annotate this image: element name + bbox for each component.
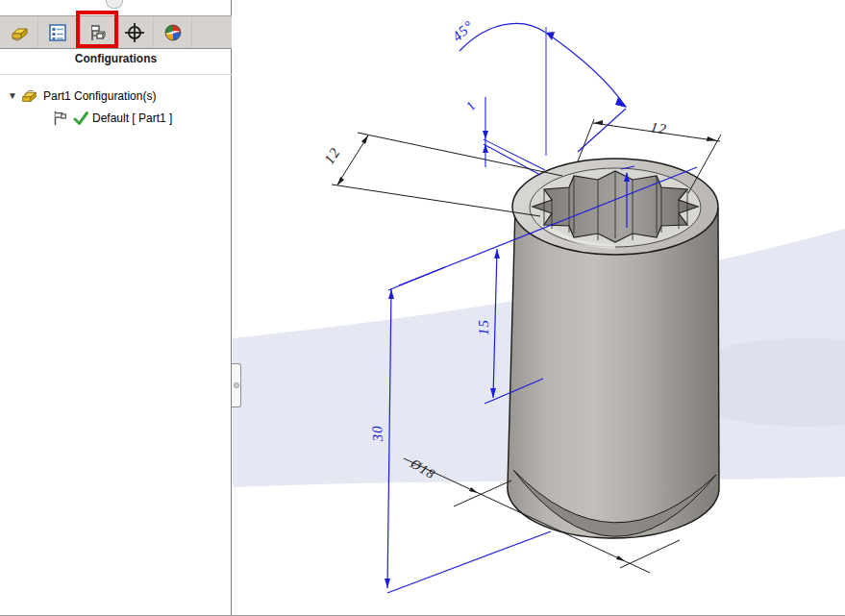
dimension-label-top-width-left: 12 — [321, 145, 343, 167]
part-body[interactable] — [508, 159, 719, 538]
configuration-manager-panel: Configurations ▼ Part1 Configuration(s) — [0, 0, 232, 616]
tree-row-part1-configurations[interactable]: ▼ Part1 Configuration(s) — [0, 85, 232, 107]
solidworks-window: { "panel": { "header": "Configurations",… — [0, 0, 845, 616]
panel-splitter-handle[interactable] — [232, 363, 241, 407]
property-manager-icon — [47, 22, 68, 43]
dimension-label-top-width-right: 12 — [650, 119, 668, 136]
graphics-viewport[interactable]: 45° 1 12 12 — [233, 0, 845, 616]
dimension-label-height: 30 — [369, 425, 385, 443]
configurations-part-icon — [19, 86, 38, 106]
dimension-label-angle: 45° — [449, 17, 477, 44]
dimension-angle-45[interactable]: 45° — [449, 17, 627, 156]
tab-configuration-manager[interactable] — [77, 16, 115, 48]
dimension-label-spline-depth: 15 — [476, 319, 491, 335]
expand-arrow-icon[interactable]: ▼ — [6, 90, 19, 101]
tab-feature-manager[interactable] — [0, 16, 38, 48]
tree-item-label[interactable]: Part1 Configuration(s) — [43, 89, 156, 103]
panel-title: Configurations — [0, 52, 232, 65]
configuration-flag-icon — [50, 109, 69, 128]
panel-divider — [0, 74, 232, 75]
part-icon — [9, 22, 30, 43]
manager-tab-bar — [0, 15, 232, 49]
active-check-icon — [72, 110, 89, 127]
tree-row-default-configuration[interactable]: Default [ Part1 ] — [0, 107, 232, 129]
configuration-manager-icon — [86, 22, 107, 43]
display-manager-icon — [162, 22, 184, 43]
panel-top-handle[interactable] — [106, 0, 123, 9]
splitter-dot-icon — [234, 382, 239, 388]
tree-item-label[interactable]: Default [ Part1 ] — [92, 111, 172, 125]
tab-display-manager[interactable] — [154, 16, 192, 48]
dimxpert-icon — [124, 22, 145, 43]
viewport-canvas: 45° 1 12 12 — [233, 0, 845, 616]
configuration-tree: ▼ Part1 Configuration(s) — [0, 85, 232, 129]
dimension-label-chamfer-depth: 1 — [463, 98, 480, 113]
tab-dimxpert[interactable] — [115, 16, 154, 48]
tab-property-manager[interactable] — [38, 16, 77, 48]
